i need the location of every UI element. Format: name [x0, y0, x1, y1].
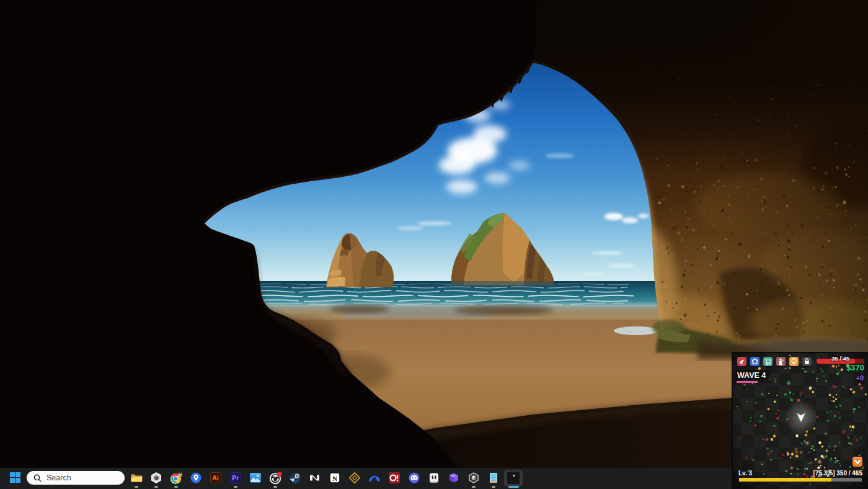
svg-text:N: N — [332, 475, 337, 482]
svg-text:Ai: Ai — [212, 474, 219, 482]
svg-text:Pr: Pr — [232, 474, 239, 482]
